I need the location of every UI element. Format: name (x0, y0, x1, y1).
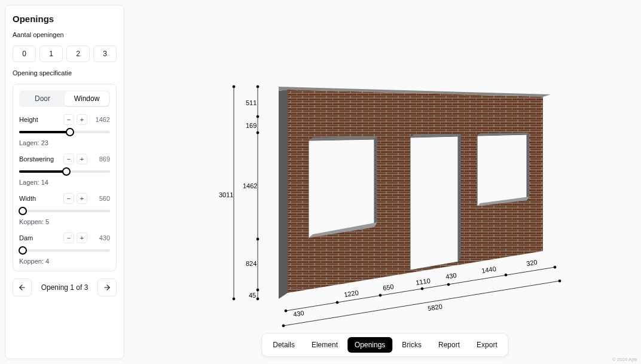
dim-320: 320 (526, 258, 538, 267)
panel-title: Openings (13, 14, 117, 24)
height-sublabel: Lagen: 23 (19, 139, 110, 146)
svg-marker-10 (309, 139, 374, 238)
svg-point-38 (421, 287, 423, 290)
tab-openings[interactable]: Openings (347, 337, 392, 353)
svg-point-32 (282, 325, 285, 327)
width-sublabel: Koppen: 5 (19, 218, 110, 225)
dim-1220: 1220 (343, 289, 359, 298)
svg-point-27 (257, 131, 259, 134)
dam-sublabel: Koppen: 4 (19, 258, 110, 265)
prev-opening-button[interactable] (13, 279, 32, 296)
count-label: Aantal openingen (13, 31, 117, 38)
spec-label: Opening specificatie (13, 69, 117, 77)
borstwering-plus-button[interactable]: + (77, 154, 87, 164)
svg-point-30 (257, 298, 259, 300)
svg-marker-7 (279, 90, 288, 299)
height-value: 1462 (90, 116, 110, 123)
dim-1440: 1440 (481, 265, 496, 274)
svg-marker-17 (477, 134, 527, 206)
height-slider[interactable] (19, 129, 110, 136)
width-plus-button[interactable]: + (77, 193, 87, 204)
svg-point-29 (257, 289, 259, 291)
next-opening-button[interactable] (97, 279, 117, 296)
slider-borstwering: Borstwering − + 869 Lagen: 14 (19, 154, 110, 186)
dim-1110: 1110 (415, 277, 431, 286)
borstwering-sublabel: Lagen: 14 (19, 179, 110, 186)
tab-bricks[interactable]: Bricks (395, 337, 429, 353)
dim-430a: 430 (292, 309, 304, 318)
bottom-tabs: Details Element Openings Bricks Report E… (261, 333, 508, 357)
dim-5820: 5820 (427, 302, 442, 312)
dam-value: 430 (90, 234, 110, 241)
width-value: 560 (90, 195, 110, 202)
svg-point-35 (285, 310, 287, 312)
svg-point-22 (233, 85, 235, 88)
borstwering-value: 869 (90, 155, 110, 163)
width-slider[interactable] (19, 207, 110, 215)
borstwering-minus-button[interactable]: − (63, 154, 74, 164)
height-plus-button[interactable]: + (77, 114, 87, 125)
viewport-3d[interactable]: 3011 511 169 1462 824 45 5820 (129, 0, 641, 364)
dim-511: 511 (246, 99, 257, 106)
count-option-2[interactable]: 2 (66, 45, 90, 62)
count-segment: 0 1 2 3 (13, 45, 117, 62)
svg-marker-19 (527, 133, 529, 200)
svg-point-33 (558, 280, 561, 282)
dim-169: 169 (246, 122, 257, 129)
arrow-right-icon (103, 283, 111, 292)
slider-dam: Dam − + 430 Koppen: 4 (19, 233, 110, 265)
dam-plus-button[interactable]: + (77, 233, 87, 243)
type-door[interactable]: Door (20, 91, 65, 106)
opening-nav: Opening 1 of 3 (13, 279, 117, 296)
svg-point-26 (257, 115, 259, 118)
slider-width: Width − + 560 Koppen: 5 (19, 193, 110, 225)
svg-marker-16 (458, 134, 461, 262)
arrow-left-icon (18, 283, 26, 292)
dim-45: 45 (249, 292, 256, 299)
svg-point-36 (336, 301, 338, 304)
svg-point-28 (257, 238, 259, 240)
dim-430b: 430 (445, 271, 457, 280)
type-window[interactable]: Window (65, 91, 109, 106)
tab-report[interactable]: Report (431, 337, 467, 353)
width-minus-button[interactable]: − (63, 193, 74, 204)
svg-marker-14 (410, 136, 458, 270)
slider-height: Height − + 1462 Lagen: 23 (19, 114, 110, 146)
svg-point-40 (505, 274, 507, 276)
borstwering-slider[interactable] (19, 168, 110, 175)
dim-824: 824 (246, 260, 257, 267)
svg-point-39 (447, 283, 450, 286)
spec-card: Door Window Height − + 1462 (13, 84, 117, 271)
slider-width-label: Width (19, 195, 36, 202)
count-option-1[interactable]: 1 (39, 45, 63, 62)
height-minus-button[interactable]: − (63, 114, 74, 125)
svg-point-41 (554, 266, 556, 268)
dam-minus-button[interactable]: − (63, 233, 74, 243)
dim-1462: 1462 (243, 182, 257, 189)
dim-3011: 3011 (219, 191, 233, 198)
type-toggle: Door Window (19, 90, 110, 107)
count-option-3[interactable]: 3 (93, 45, 117, 62)
tab-export[interactable]: Export (469, 337, 505, 353)
tab-details[interactable]: Details (265, 337, 302, 353)
svg-point-23 (233, 298, 235, 300)
tab-element[interactable]: Element (304, 337, 345, 353)
dam-slider[interactable] (19, 247, 110, 254)
svg-point-25 (257, 85, 259, 88)
count-option-0[interactable]: 0 (13, 45, 36, 62)
slider-dam-label: Dam (19, 234, 33, 241)
svg-point-37 (379, 294, 381, 296)
opening-nav-label: Opening 1 of 3 (35, 283, 94, 292)
svg-marker-12 (374, 136, 377, 227)
slider-borstwering-label: Borstwering (19, 155, 54, 163)
dim-650: 650 (382, 283, 394, 292)
copyright-text: © 2024 Ajilk (612, 357, 637, 362)
sidebar-panel: Openings Aantal openingen 0 1 2 3 Openin… (5, 5, 124, 359)
slider-height-label: Height (19, 116, 38, 123)
